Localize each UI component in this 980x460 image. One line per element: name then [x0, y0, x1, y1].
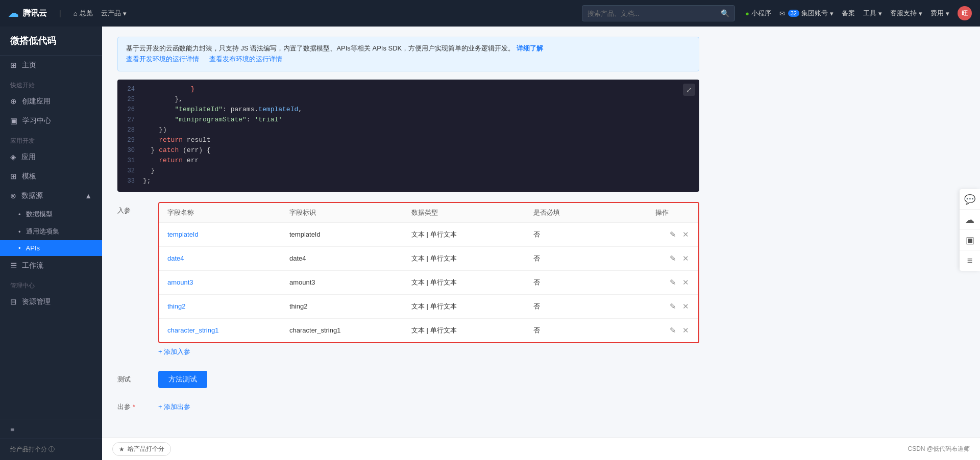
header-required: 是否必填 [525, 203, 647, 222]
chevron-down-icon: ▾ [919, 10, 922, 17]
sidebar: 微搭低代码 ⊞ 主页 快速开始 ⊕ 创建应用 ▣ 学习中心 应用开发 ◈ 应用 … [0, 27, 102, 460]
row-id: character_string1 [281, 320, 403, 340]
row-required: 否 [525, 272, 647, 293]
notification-badge: 32 [788, 10, 799, 17]
feedback-icon: ⓘ [48, 446, 55, 453]
mini-program-icon: ● [745, 10, 749, 17]
edit-button[interactable]: ✎ [669, 253, 677, 264]
sidebar-item-workflow[interactable]: ☰ 工作流 [0, 256, 102, 275]
sidebar-item-label: 资源管理 [22, 297, 51, 306]
sidebar-group-datasource[interactable]: ⊗ 数据源 ▲ [0, 186, 102, 206]
sidebar-group-label: 数据源 [21, 191, 43, 200]
row-type: 文本 | 单行文本 [403, 320, 525, 341]
chevron-down-icon: ▾ [946, 10, 949, 17]
avatar[interactable]: 旺 [958, 6, 972, 20]
sidebar-item-home[interactable]: ⊞ 主页 [0, 56, 102, 75]
expand-button[interactable]: ⤢ [683, 84, 695, 96]
mini-program-link[interactable]: ● 小程序 [745, 9, 771, 18]
edit-button[interactable]: ✎ [669, 325, 677, 336]
email-icon: ✉ [779, 10, 785, 17]
sidebar-section-appdev: 应用开发 [0, 131, 102, 147]
delete-button[interactable]: ✕ [681, 253, 690, 264]
logo[interactable]: ☁ 腾讯云 [8, 7, 47, 19]
code-line-29: 29 return result [117, 136, 699, 146]
chevron-down-icon: ▾ [123, 10, 127, 17]
sidebar-item-label: 通用选项集 [26, 227, 59, 236]
database-icon: ⊗ [10, 192, 16, 200]
home-icon: ⌂ [74, 10, 78, 17]
edit-button[interactable]: ✎ [669, 277, 677, 288]
backup-link[interactable]: 备案 [842, 9, 855, 18]
code-editor: ⤢ 24 } 25 }, 26 "templateId": params [117, 80, 699, 192]
table-header: 字段名称 字段标识 数据类型 是否必填 操作 [159, 203, 698, 223]
row-type: 文本 | 单行文本 [403, 248, 525, 269]
sidebar-section-quickstart: 快速开始 [0, 75, 102, 92]
sidebar-feedback[interactable]: 给产品打个分 ⓘ [0, 439, 102, 460]
sidebar-item-create-app[interactable]: ⊕ 创建应用 [0, 92, 102, 111]
test-method-button[interactable]: 方法测试 [158, 371, 207, 388]
support-link[interactable]: 客服支持 ▾ [890, 9, 922, 18]
code-line-25: 25 }, [117, 95, 699, 105]
row-actions: ✎ ✕ [647, 295, 698, 318]
search-bar: 🔍 [582, 5, 735, 21]
pub-env-link[interactable]: 查看发布环境的运行详情 [209, 55, 282, 63]
row-type: 文本 | 单行文本 [403, 296, 525, 317]
test-section-content: 方法测试 [158, 371, 699, 388]
menu-button[interactable]: ≡ [960, 250, 980, 271]
feedback-button[interactable]: ★ 给产品打个分 [112, 442, 171, 456]
app-icon: ◈ [10, 152, 16, 162]
dot-icon: • [18, 244, 21, 252]
nav-home-link[interactable]: ⌂ 总览 [74, 9, 93, 18]
code-lines: 24 } 25 }, 26 "templateId": params.templ… [117, 80, 699, 192]
detail-link[interactable]: 详细了解 [517, 44, 543, 52]
delete-button[interactable]: ✕ [681, 277, 690, 288]
chat-button[interactable]: 💬 [960, 189, 980, 210]
edit-button[interactable]: ✎ [669, 229, 677, 240]
delete-button[interactable]: ✕ [681, 301, 690, 312]
row-name: amount3 [159, 272, 281, 292]
bottom-bar: ★ 给产品打个分 CSDN @低代码布道师 [102, 438, 980, 460]
sidebar-item-learning[interactable]: ▣ 学习中心 [0, 111, 102, 131]
search-input[interactable] [587, 10, 721, 17]
tools-link[interactable]: 工具 ▾ [863, 9, 882, 18]
billing-link[interactable]: 费用 ▾ [930, 9, 949, 18]
sidebar-item-app[interactable]: ◈ 应用 [0, 147, 102, 167]
params-table: 字段名称 字段标识 数据类型 是否必填 操作 templateId templa… [158, 202, 699, 343]
add-output-param-btn[interactable]: + 添加出参 [158, 398, 190, 416]
sidebar-collapse-btn[interactable]: ≡ [0, 420, 102, 439]
sidebar-section-management: 管理中心 [0, 275, 102, 292]
header-name: 字段名称 [159, 203, 281, 222]
sidebar-item-template[interactable]: ⊞ 模板 [0, 167, 102, 186]
input-params-section: 入参 字段名称 字段标识 数据类型 是否必填 操作 templateId [117, 202, 699, 361]
code-line-26: 26 "templateId": params.templateId, [117, 105, 699, 115]
star-icon: ★ [119, 446, 125, 453]
sidebar-item-data-model[interactable]: • 数据模型 [0, 206, 102, 223]
search-icon: 🔍 [721, 9, 729, 17]
notification-link[interactable]: ✉ 32 集团账号 ▾ [779, 9, 834, 18]
dot-icon: • [18, 228, 21, 236]
add-input-param-btn[interactable]: + 添加入参 [158, 343, 190, 361]
collapse-icon: ≡ [10, 425, 14, 433]
delete-button[interactable]: ✕ [681, 325, 690, 336]
sidebar-item-label: 数据模型 [26, 210, 53, 219]
sidebar-item-options[interactable]: • 通用选项集 [0, 223, 102, 240]
row-type: 文本 | 单行文本 [403, 272, 525, 293]
chevron-up-icon: ▲ [85, 192, 92, 200]
sidebar-item-label: 工作流 [22, 261, 43, 270]
copyright-text: CSDN @低代码布道师 [908, 445, 970, 453]
code-line-33: 33 }; [117, 176, 699, 187]
row-actions: ✎ ✕ [647, 223, 698, 246]
banner-text: 基于云开发的云函数能力封装，只支持 JS 语法编写，内置了数据模型、APIs等相… [126, 44, 514, 52]
dev-env-link[interactable]: 查看开发环境的运行详情 [126, 55, 199, 63]
main-content: 基于云开发的云函数能力封装，只支持 JS 语法编写，内置了数据模型、APIs等相… [102, 27, 980, 460]
code-line-24: 24 } [117, 85, 699, 95]
delete-button[interactable]: ✕ [681, 229, 690, 240]
doc-button[interactable]: ▣ [960, 230, 980, 250]
table-row: templateId templateId 文本 | 单行文本 否 ✎ ✕ [159, 223, 698, 247]
cloud-button[interactable]: ☁ [960, 210, 980, 230]
sidebar-item-apis[interactable]: • APIs [0, 240, 102, 256]
edit-button[interactable]: ✎ [669, 301, 677, 312]
nav-cloud-product-link[interactable]: 云产品 ▾ [101, 9, 127, 18]
sidebar-item-resource[interactable]: ⊟ 资源管理 [0, 292, 102, 312]
table-row: date4 date4 文本 | 单行文本 否 ✎ ✕ [159, 247, 698, 271]
